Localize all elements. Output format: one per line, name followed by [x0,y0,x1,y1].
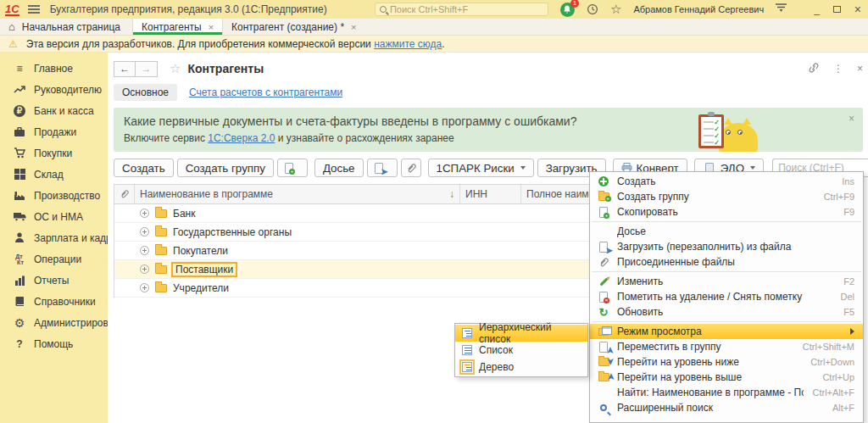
menu-shortcut: F2 [843,276,854,287]
menu-item-label: Обновить [617,306,835,318]
submenu-item-hierarchical-list[interactable]: Иерархический список [455,325,587,342]
close-tab-icon[interactable]: × [209,22,214,32]
sidebar-item-operations[interactable]: Дт КтОперации [0,248,108,270]
submenu-arrow-icon [850,328,854,335]
submenu-item-tree[interactable]: Дерево [455,359,587,376]
sidebar-item-manager[interactable]: Руководителю [0,79,108,100]
menu-item-label: Создать [617,175,833,187]
tab-kontragenty[interactable]: Контрагенты × [132,19,222,35]
menu-item-refresh[interactable]: ↻ОбновитьF5 [590,304,863,320]
global-search-field[interactable] [390,4,543,14]
dev-version-text: Эта версия для разработчиков. Для приобр… [26,38,371,50]
tab-kontragent-new[interactable]: Контрагент (создание) * × [222,19,364,35]
favorite-star-icon[interactable]: ☆ [170,61,181,76]
menu-item-move-to-group[interactable]: ➤Переместить в группуCtrl+Shift+M [590,339,863,354]
page-nav-tabs: Основное Счета расчетов с контрагентами [114,82,863,103]
attachment-column-header[interactable] [114,185,135,203]
dev-version-suffix: . [442,38,444,50]
tab-osnovnoe[interactable]: Основное [114,84,177,101]
expand-icon[interactable] [140,246,149,255]
sidebar-item-bank[interactable]: ₽Банк и касса [0,100,108,121]
close-window-button[interactable]: × [854,4,861,14]
name-column-header[interactable]: Наименование в программе↓ [135,185,460,203]
sidebar-item-label: Зарплата и кадры [34,232,119,244]
user-name[interactable]: Абрамов Геннадий Сергеевич [633,4,764,14]
create-group-button[interactable]: Создать группу [177,159,274,177]
menu-item-label: Перейти на уровень ниже [617,356,802,368]
sidebar-item-purchases[interactable]: Покупки [0,142,108,164]
forward-button[interactable]: → [136,61,158,77]
sidebar-item-directories[interactable]: Справочники [0,291,108,312]
sidebar-item-label: Главное [34,63,73,75]
bar-chart-icon [13,274,26,287]
sidebar-item-production[interactable]: Производство [0,185,108,206]
book-icon [13,295,26,309]
paperclip-icon [120,189,129,199]
tree-icon [462,362,472,372]
menu-item-load-from-file[interactable]: ➤Загрузить (перезаполнить) из файла [590,239,863,254]
expand-icon[interactable] [140,283,149,292]
menu-item-mark-deletion[interactable]: ×Пометить на удаление / Снять пометкуDel [590,289,863,304]
service-menu-icon[interactable] [776,3,787,15]
more-dots-icon[interactable]: ⋮ [833,63,843,75]
inn-column-header[interactable]: ИНН [460,185,521,203]
minimize-button[interactable]: _ [814,4,820,14]
menu-item-edit[interactable]: ИзменитьF2 [590,274,863,289]
buy-version-link[interactable]: нажмите сюда [374,38,442,50]
folder-plus-icon: + [597,191,610,203]
spark-risks-button[interactable]: 1СПАРК Риски [428,159,534,177]
dossier-button[interactable]: Досье [314,159,364,177]
link-icon[interactable] [808,63,820,75]
sidebar-item-label: Руководителю [34,84,102,96]
maximize-button[interactable] [833,4,841,14]
menu-shortcut: Ctrl+Down [810,357,854,367]
menu-item-attached-files[interactable]: Присоединенные файлы [590,254,863,270]
menu-item-copy[interactable]: +СкопироватьF9 [590,204,863,220]
menu-item-find[interactable]: Найти: Наименование в программе - Постав… [590,385,863,400]
back-button[interactable]: ← [114,61,136,77]
close-tab-icon[interactable]: × [351,22,356,32]
favorites-star-icon[interactable]: ☆ [610,2,621,17]
expand-icon[interactable] [140,264,149,274]
menu-item-dossier[interactable]: Досье [590,224,863,239]
group-name: Поставщики [173,264,236,276]
global-search-input[interactable] [375,3,548,16]
main-menu-icon[interactable] [28,5,40,14]
sidebar-item-reports[interactable]: Отчеты [0,270,108,291]
refresh-icon: ↻ [597,306,610,318]
expand-icon[interactable] [140,209,149,218]
sidebar-item-sales[interactable]: Продажи [0,121,108,142]
attached-files-button[interactable] [401,159,421,177]
menu-item-advanced-search[interactable]: Расширенный поискAlt+F [590,400,863,415]
sidebar-item-salary[interactable]: Зарплата и кадры [0,227,108,248]
create-button[interactable]: Создать [114,159,174,177]
delete-mark-icon: × [597,291,610,303]
sidebar-item-label: Производство [34,190,100,202]
menu-item-create-group[interactable]: +Создать группуCtrl+F9 [590,189,863,204]
menu-separator [592,321,861,322]
document-import-icon: ➤ [372,162,386,174]
sverka-link[interactable]: 1С:Сверка 2.0 [208,132,275,144]
tab-home[interactable]: ⌂ Начальная страница [0,19,132,35]
load-from-file-button[interactable]: ➤ [367,159,398,177]
sidebar-item-warehouse[interactable]: Склад [0,164,108,185]
tab-settlement-accounts[interactable]: Счета расчетов с контрагентами [189,86,342,98]
history-button[interactable] [587,3,598,15]
folder-icon [155,247,167,255]
sidebar-item-fixed-assets[interactable]: ОС и НМА [0,206,108,227]
menu-item-view-mode[interactable]: Режим просмотра [590,324,863,339]
menu-item-level-down[interactable]: ➤Перейти на уровень нижеCtrl+Down [590,354,863,370]
expand-icon[interactable] [140,227,149,237]
close-icon[interactable]: × [849,113,854,125]
menu-item-label: Присоединенные файлы [617,256,846,268]
sidebar-item-administration[interactable]: ⚙Администрирование [0,312,108,333]
copy-button[interactable]: + [277,159,308,177]
sidebar-item-help[interactable]: ?Помощь [0,333,108,354]
sidebar-item-main[interactable]: ≡Главное [0,58,108,79]
close-page-icon[interactable]: × [857,63,863,75]
menu-item-create[interactable]: СоздатьIns [590,174,863,189]
sidebar-item-label: ОС и НМА [34,211,83,223]
menu-item-level-up[interactable]: ➤Перейти на уровень вышеCtrl+Up [590,370,863,385]
notifications-button[interactable]: 1 [560,3,575,17]
level-up-icon: ➤ [597,371,610,383]
